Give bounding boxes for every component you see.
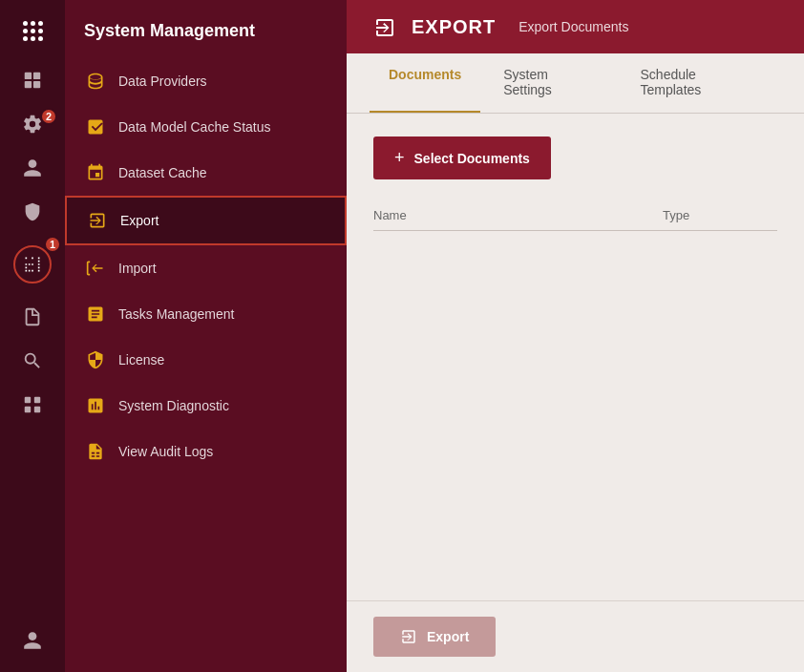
import-label: Import <box>118 261 157 276</box>
export-btn-label: Export <box>427 629 469 644</box>
data-model-cache-label: Data Model Cache Status <box>118 119 271 135</box>
nav-dashboard[interactable] <box>0 58 65 102</box>
filters-badge: 1 <box>44 236 61 253</box>
col-name-header: Name <box>373 208 663 222</box>
sidebar-item-tasks[interactable]: Tasks Management <box>65 291 347 337</box>
tasks-label: Tasks Management <box>118 306 234 322</box>
tab-schedule-templates[interactable]: Schedule Templates <box>622 53 777 113</box>
nav-grid[interactable] <box>0 383 65 427</box>
license-icon <box>84 348 107 371</box>
audit-icon <box>84 440 107 463</box>
svg-rect-4 <box>25 397 31 403</box>
sidebar-item-data-model-cache[interactable]: Data Model Cache Status <box>65 104 347 150</box>
icon-sidebar: 2 1 <box>0 0 65 672</box>
sidebar-item-data-providers[interactable]: Data Providers <box>65 58 347 104</box>
data-providers-label: Data Providers <box>118 74 207 89</box>
logo-icon <box>23 21 43 41</box>
empty-table-area <box>373 239 777 578</box>
nav-filters[interactable]: 1 <box>0 234 65 295</box>
sidebar-item-dataset-cache[interactable]: Dataset Cache <box>65 150 347 196</box>
nav-settings[interactable]: 2 <box>0 102 65 146</box>
settings-badge: 2 <box>40 108 57 125</box>
table-header: Name Type <box>373 202 777 231</box>
sidebar-item-system-diagnostic[interactable]: System Diagnostic <box>65 383 347 429</box>
diagnostic-label: System Diagnostic <box>118 398 229 413</box>
header-title: EXPORT <box>412 16 496 38</box>
nav-documents[interactable] <box>0 295 65 339</box>
plus-icon: + <box>394 148 405 168</box>
export-icon <box>86 209 109 232</box>
nav-security[interactable] <box>0 190 65 234</box>
data-providers-icon <box>84 70 107 93</box>
sidebar-title: System Management <box>65 0 347 58</box>
export-label: Export <box>120 213 159 228</box>
logo-area <box>0 10 65 58</box>
footer-bar: Export <box>347 600 804 672</box>
main-content: EXPORT Export Documents Documents System… <box>347 0 804 672</box>
tabs-bar: Documents System Settings Schedule Templ… <box>347 53 804 114</box>
content-area: + Select Documents Name Type <box>347 114 804 600</box>
tasks-icon <box>84 303 107 326</box>
header-export-icon <box>373 14 396 39</box>
nav-person[interactable] <box>0 619 65 662</box>
audit-logs-label: View Audit Logs <box>118 444 213 459</box>
nav-search[interactable] <box>0 339 65 383</box>
tab-system-settings[interactable]: System Settings <box>484 53 617 113</box>
header-subtitle: Export Documents <box>518 19 628 34</box>
dataset-cache-label: Dataset Cache <box>118 165 207 180</box>
select-docs-label: Select Documents <box>414 151 530 166</box>
menu-sidebar: System Management Data Providers Data Mo… <box>65 0 347 672</box>
svg-rect-6 <box>25 407 31 412</box>
svg-rect-0 <box>25 73 32 79</box>
data-model-icon <box>84 116 107 138</box>
export-button[interactable]: Export <box>373 617 496 657</box>
col-type-header: Type <box>663 208 777 222</box>
diagnostic-icon <box>84 394 107 417</box>
top-header: EXPORT Export Documents <box>347 0 804 53</box>
sidebar-item-import[interactable]: Import <box>65 245 347 291</box>
dataset-cache-icon <box>84 161 107 184</box>
svg-rect-5 <box>34 397 40 403</box>
export-btn-icon <box>400 628 417 645</box>
sidebar-item-export[interactable]: Export <box>65 196 347 245</box>
tab-documents[interactable]: Documents <box>370 53 480 113</box>
sidebar-item-license[interactable]: License <box>65 337 347 383</box>
nav-users[interactable] <box>0 146 65 190</box>
select-documents-button[interactable]: + Select Documents <box>373 136 551 179</box>
sidebar-item-audit-logs[interactable]: View Audit Logs <box>65 429 347 474</box>
import-icon <box>84 257 107 280</box>
svg-rect-3 <box>33 81 40 88</box>
svg-rect-1 <box>33 73 40 79</box>
svg-rect-2 <box>25 81 32 88</box>
license-label: License <box>118 352 164 368</box>
svg-rect-7 <box>34 407 40 412</box>
